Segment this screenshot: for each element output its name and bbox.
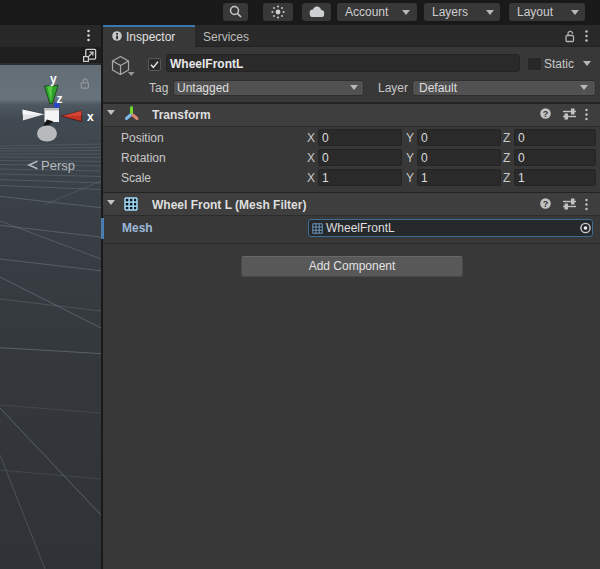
svg-text:?: ? xyxy=(543,199,549,209)
svg-text:?: ? xyxy=(543,109,549,119)
svg-text:Persp: Persp xyxy=(41,158,75,173)
svg-text:y: y xyxy=(50,72,57,86)
svg-text:x: x xyxy=(87,110,94,124)
svg-text:z: z xyxy=(57,92,63,106)
